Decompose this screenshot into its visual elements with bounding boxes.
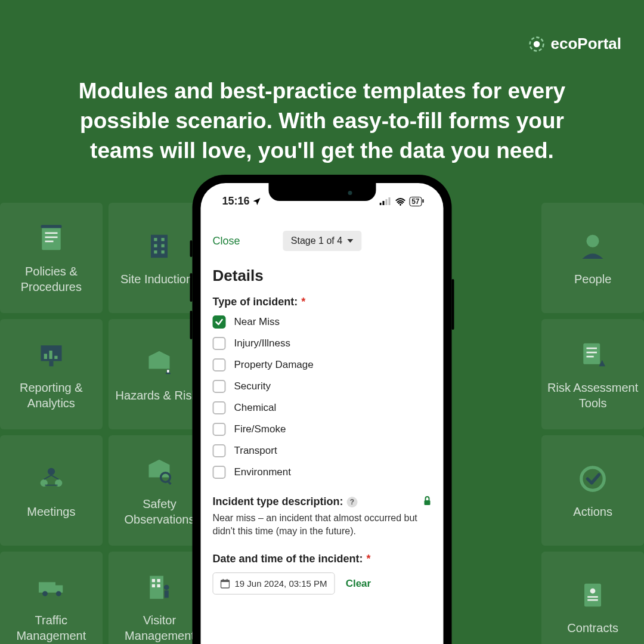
brand-name: ecoPortal	[551, 35, 622, 53]
incident-type-options: Near MissInjury/IllnessProperty DamageSe…	[213, 315, 432, 479]
svg-point-53	[590, 588, 596, 593]
svg-point-35	[581, 467, 605, 490]
form-topbar: Close Stage 1 of 4	[213, 230, 432, 252]
svg-rect-52	[584, 583, 601, 606]
phone-mockup: 15:16 57 Close Stage 1 of 4 Det	[193, 175, 452, 644]
svg-rect-7	[151, 234, 168, 258]
module-policies-procedures[interactable]: Policies & Procedures	[0, 203, 103, 313]
module-meetings[interactable]: Meetings	[0, 435, 103, 546]
close-button[interactable]: Close	[213, 235, 240, 247]
signal-icon	[379, 197, 391, 206]
module-traffic-management[interactable]: Traffic Management	[0, 552, 103, 644]
incident-option-environment[interactable]: Environment	[213, 466, 432, 479]
svg-rect-54	[587, 596, 598, 597]
incident-type-description-label: Incident type description: ?	[213, 496, 358, 508]
brand-logo: ecoPortal	[528, 35, 622, 53]
incident-option-fire-smoke[interactable]: Fire/Smoke	[213, 423, 432, 436]
module-reporting-analytics[interactable]: Reporting & Analytics	[0, 319, 103, 429]
svg-point-30	[48, 467, 55, 475]
checkbox[interactable]	[213, 466, 226, 479]
svg-rect-26	[587, 347, 597, 349]
svg-rect-61	[425, 500, 431, 505]
svg-rect-8	[154, 238, 157, 241]
svg-rect-65	[227, 579, 228, 581]
svg-point-1	[533, 41, 540, 47]
svg-rect-12	[154, 250, 157, 253]
checkbox[interactable]	[213, 401, 226, 414]
checkbox[interactable]	[213, 380, 226, 393]
svg-rect-44	[157, 584, 160, 587]
svg-rect-27	[587, 351, 597, 353]
module-risk-assessment-tools[interactable]: Risk Assessment Tools	[541, 319, 644, 429]
headline: Modules and best-practice templates for …	[48, 76, 596, 166]
svg-rect-46	[165, 590, 169, 597]
module-people[interactable]: People	[541, 203, 644, 313]
svg-point-45	[164, 584, 169, 590]
incident-option-injury-illness[interactable]: Injury/Illness	[213, 337, 432, 350]
svg-rect-42	[157, 579, 160, 582]
svg-rect-6	[41, 225, 61, 228]
lock-icon	[423, 496, 432, 508]
checkbox[interactable]	[213, 358, 226, 371]
chevron-down-icon	[347, 239, 353, 243]
checkbox[interactable]	[213, 444, 226, 457]
datetime-input[interactable]: 19 Jun 2024, 03:15 PM	[213, 572, 335, 595]
svg-point-60	[400, 203, 401, 205]
incident-option-chemical[interactable]: Chemical	[213, 401, 432, 414]
clear-button[interactable]: Clear	[346, 578, 371, 590]
calendar-icon	[221, 579, 230, 589]
phone-notch	[268, 183, 376, 201]
svg-rect-23	[168, 370, 170, 372]
svg-point-38	[42, 591, 48, 596]
svg-rect-18	[44, 354, 47, 359]
module-contracts[interactable]: Contracts	[541, 552, 644, 644]
svg-rect-3	[45, 232, 57, 234]
svg-rect-55	[587, 599, 598, 601]
svg-rect-2	[42, 227, 61, 250]
svg-rect-10	[154, 244, 157, 247]
incident-option-property-damage[interactable]: Property Damage	[213, 358, 432, 371]
svg-rect-28	[587, 355, 594, 357]
svg-rect-64	[223, 579, 224, 581]
incident-option-security[interactable]: Security	[213, 380, 432, 393]
location-icon	[252, 197, 262, 206]
checkbox[interactable]	[213, 423, 226, 436]
incident-option-transport[interactable]: Transport	[213, 444, 432, 457]
type-of-incident-label: Type of incident:*	[213, 296, 432, 308]
status-time: 15:16	[222, 195, 250, 208]
svg-rect-41	[152, 579, 155, 582]
svg-rect-56	[379, 203, 381, 205]
svg-rect-9	[162, 238, 165, 241]
section-title: Details	[213, 267, 432, 285]
svg-rect-57	[382, 201, 384, 205]
svg-rect-59	[388, 197, 390, 205]
svg-rect-25	[583, 343, 600, 364]
svg-rect-19	[49, 351, 52, 359]
svg-rect-58	[385, 199, 387, 205]
svg-rect-4	[45, 236, 57, 238]
incident-type-description-text: Near miss – an incident that almost occu…	[213, 512, 432, 537]
datetime-label: Date and time of the incident:*	[213, 553, 432, 565]
svg-rect-36	[39, 582, 55, 593]
svg-rect-13	[162, 250, 165, 253]
svg-rect-20	[54, 355, 57, 358]
stage-selector[interactable]: Stage 1 of 4	[283, 231, 361, 251]
wifi-icon	[395, 197, 405, 206]
checkbox[interactable]	[213, 337, 226, 350]
svg-rect-43	[152, 584, 155, 587]
module-actions[interactable]: Actions	[541, 435, 644, 546]
incident-option-near-miss[interactable]: Near Miss	[213, 315, 432, 329]
help-icon[interactable]: ?	[347, 497, 358, 507]
svg-rect-21	[49, 361, 53, 366]
svg-point-16	[587, 234, 599, 247]
svg-rect-40	[150, 575, 164, 599]
battery-indicator: 57	[409, 197, 422, 206]
checkbox[interactable]	[213, 315, 226, 329]
svg-point-39	[56, 591, 61, 596]
svg-rect-63	[221, 580, 230, 582]
ecoportal-logo-icon	[528, 36, 545, 52]
svg-rect-5	[45, 240, 53, 242]
svg-rect-11	[162, 244, 165, 247]
